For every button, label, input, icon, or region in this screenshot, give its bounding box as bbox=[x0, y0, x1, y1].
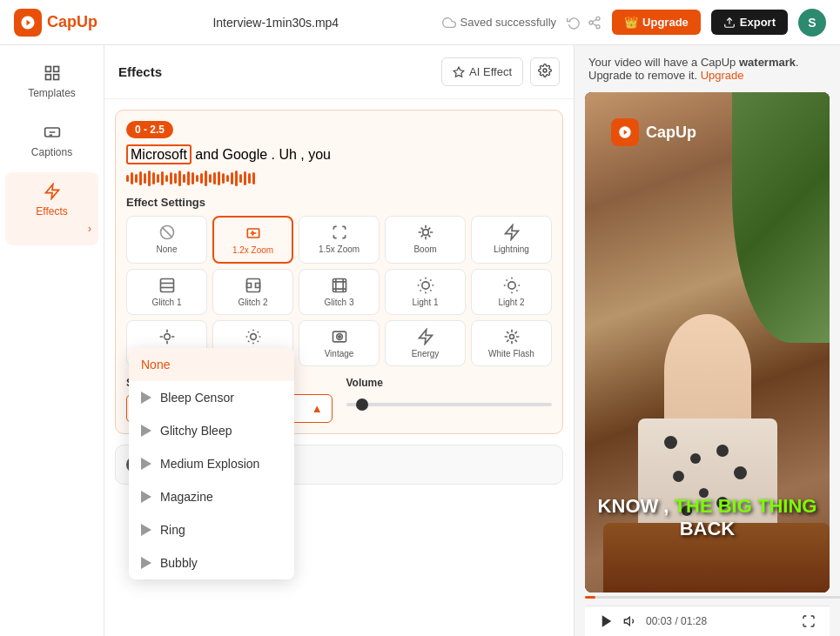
avatar[interactable]: S bbox=[798, 9, 826, 37]
volume-section: Volume bbox=[346, 377, 553, 410]
effect-whiteflash-label: White Flash bbox=[488, 349, 534, 358]
effect-lightning[interactable]: Lightning bbox=[471, 216, 552, 264]
video-controls: 00:03 / 01:28 bbox=[585, 606, 830, 636]
video-caption: KNOW , THE BIG THING BACK bbox=[597, 495, 817, 540]
caption-green: THE BIG THING bbox=[675, 495, 817, 517]
time-display: 00:03 / 01:28 bbox=[646, 615, 793, 627]
play-ring-icon[interactable] bbox=[141, 524, 151, 536]
dropdown-bleep-label: Bleep Censor bbox=[160, 391, 234, 405]
volume-icon bbox=[623, 614, 637, 628]
upgrade-button[interactable]: 👑 Upgrade bbox=[612, 10, 701, 35]
play-magazine-icon[interactable] bbox=[141, 491, 151, 503]
saved-status: Saved successfully bbox=[442, 16, 557, 30]
svg-marker-46 bbox=[624, 617, 629, 625]
svg-point-2 bbox=[596, 24, 600, 28]
energy-icon bbox=[417, 328, 434, 345]
caption-know: KNOW , bbox=[598, 495, 675, 517]
effect-lightning-label: Lightning bbox=[494, 244, 529, 254]
capup-watermark: CapUp bbox=[611, 118, 696, 146]
dropdown-ring-label: Ring bbox=[160, 523, 185, 537]
effect-glitch1[interactable]: Glitch 1 bbox=[126, 269, 207, 315]
svg-rect-8 bbox=[53, 75, 58, 80]
effect-light1[interactable]: Light 1 bbox=[385, 269, 466, 315]
effects-icon bbox=[44, 183, 61, 200]
effect-zoom15-label: 1.5x Zoom bbox=[319, 244, 360, 254]
dropdown-bleep[interactable]: Bleep Censor bbox=[129, 381, 294, 414]
effect-boom[interactable]: Boom bbox=[385, 216, 466, 264]
play-bubbly-icon[interactable] bbox=[141, 557, 151, 569]
caption-line2: BACK bbox=[597, 518, 817, 540]
play-medium-icon[interactable] bbox=[141, 458, 151, 470]
segment-tag-1: 0 - 2.5 bbox=[126, 121, 173, 138]
play-bleep-icon[interactable] bbox=[141, 392, 151, 404]
effect-light2[interactable]: Light 2 bbox=[471, 269, 552, 315]
dropdown-medium-label: Medium Explosion bbox=[160, 457, 259, 471]
capup-watermark-text: CapUp bbox=[646, 124, 696, 142]
ai-effect-button[interactable]: AI Effect bbox=[441, 57, 523, 86]
fullscreen-button[interactable] bbox=[802, 614, 816, 628]
svg-point-39 bbox=[164, 334, 170, 340]
effect-glitch2[interactable]: Glitch 2 bbox=[212, 269, 293, 315]
progress-bar[interactable] bbox=[585, 596, 840, 599]
volume-button[interactable] bbox=[623, 614, 637, 628]
effect-light2-label: Light 2 bbox=[498, 298, 524, 307]
svg-marker-17 bbox=[505, 225, 518, 240]
glitch3-icon bbox=[331, 277, 348, 294]
dropdown-bubbly[interactable]: Bubbly bbox=[129, 546, 294, 579]
watermark-bar: Your video will have a CapUp watermark. … bbox=[575, 45, 840, 92]
sidebar: Templates Captions Effects › bbox=[0, 45, 104, 636]
none-icon bbox=[158, 224, 176, 241]
settings-button[interactable] bbox=[530, 57, 560, 86]
video-container: CapUp KNOW , THE BIG THING BACK bbox=[585, 92, 830, 592]
total-time: 01:28 bbox=[681, 615, 707, 627]
svg-rect-7 bbox=[53, 67, 58, 72]
play-button[interactable] bbox=[599, 613, 615, 629]
upgrade-watermark-link[interactable]: Upgrade bbox=[701, 69, 744, 82]
crown-icon: 👑 bbox=[624, 16, 638, 29]
person-head bbox=[664, 314, 751, 427]
dropdown-medium[interactable]: Medium Explosion bbox=[129, 447, 294, 480]
dropdown-magazine-label: Magazine bbox=[160, 490, 213, 504]
gear-icon bbox=[538, 64, 552, 77]
history-icon bbox=[567, 16, 581, 30]
effect-1x2zoom[interactable]: 1.2x Zoom bbox=[212, 216, 293, 264]
dropdown-magazine[interactable]: Magazine bbox=[129, 480, 294, 513]
light1-icon bbox=[417, 277, 434, 294]
play-glitchy-icon[interactable] bbox=[141, 425, 151, 437]
boom-icon bbox=[417, 224, 434, 241]
export-button[interactable]: Export bbox=[711, 10, 788, 35]
effect-grid: None 1.2x Zoom 1.5x Zoom Boom bbox=[126, 216, 552, 366]
caption-preview: Microsoft and Google . Uh , you bbox=[126, 147, 552, 163]
filename: Interview-1min30s.mp4 bbox=[212, 16, 339, 30]
sidebar-item-effects[interactable]: Effects › bbox=[5, 172, 98, 245]
svg-line-36 bbox=[516, 290, 517, 291]
logo-icon bbox=[14, 9, 42, 37]
effect-vintage[interactable]: Vintage bbox=[299, 320, 380, 366]
dropdown-glitchy[interactable]: Glitchy Bleep bbox=[129, 414, 294, 447]
svg-rect-9 bbox=[45, 75, 50, 80]
templates-icon bbox=[44, 64, 61, 82]
templates-label: Templates bbox=[28, 87, 76, 99]
sidebar-item-captions[interactable]: Captions bbox=[5, 113, 98, 169]
effect-glitch2-label: Glitch 2 bbox=[239, 298, 268, 307]
effect-1x5zoom[interactable]: 1.5x Zoom bbox=[299, 216, 380, 264]
effect-whiteflash[interactable]: White Flash bbox=[471, 320, 552, 366]
effect-glitch3[interactable]: Glitch 3 bbox=[299, 269, 380, 315]
dropdown-none-label: None bbox=[141, 358, 170, 372]
export-icon bbox=[723, 17, 736, 29]
dropdown-none[interactable]: None bbox=[129, 348, 294, 381]
caption-line1: KNOW , THE BIG THING bbox=[597, 495, 817, 518]
effect-none[interactable]: None bbox=[126, 216, 207, 264]
effect-glitch3-label: Glitch 3 bbox=[325, 298, 354, 307]
dropdown-ring[interactable]: Ring bbox=[129, 513, 294, 546]
effects-panel-title: Effects bbox=[118, 64, 162, 79]
sidebar-item-templates[interactable]: Templates bbox=[5, 54, 98, 110]
svg-point-0 bbox=[596, 17, 600, 20]
volume-slider[interactable] bbox=[346, 403, 553, 406]
effects-arrow: › bbox=[88, 223, 91, 235]
filename-area: Interview-1min30s.mp4 bbox=[120, 16, 432, 30]
capup-logo-icon bbox=[611, 118, 639, 146]
svg-rect-22 bbox=[333, 279, 346, 292]
effect-energy[interactable]: Energy bbox=[385, 320, 466, 366]
effects-panel-header: Effects AI Effect bbox=[104, 45, 574, 99]
